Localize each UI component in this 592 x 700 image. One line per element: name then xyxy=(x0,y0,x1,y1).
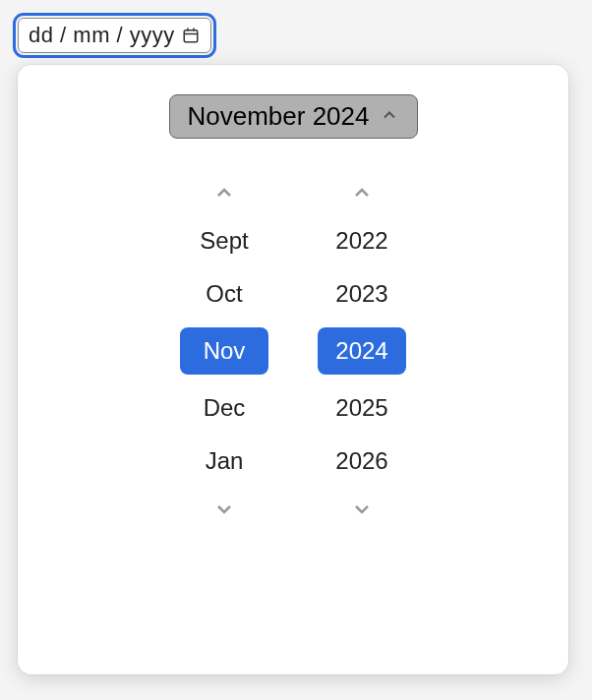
month-option-selected[interactable]: Nov xyxy=(180,327,268,375)
year-up-button[interactable] xyxy=(347,178,377,207)
year-down-button[interactable] xyxy=(347,495,377,524)
year-option[interactable]: 2023 xyxy=(318,274,406,314)
month-column: Sept Oct Nov Dec Jan xyxy=(170,178,278,524)
year-column: 2022 2023 2024 2025 2026 xyxy=(308,178,416,524)
month-option[interactable]: Jan xyxy=(180,441,268,481)
year-option[interactable]: 2025 xyxy=(318,388,406,428)
year-option-selected[interactable]: 2024 xyxy=(318,327,406,375)
date-input[interactable]: dd / mm / yyyy xyxy=(18,18,211,53)
month-year-label: November 2024 xyxy=(188,101,370,132)
svg-rect-0 xyxy=(184,30,198,42)
date-picker-popup: November 2024 Sept Oct Nov Dec Jan xyxy=(18,65,568,674)
month-option[interactable]: Sept xyxy=(180,221,268,261)
month-year-toggle-button[interactable]: November 2024 xyxy=(169,94,418,139)
month-down-button[interactable] xyxy=(209,495,239,524)
month-option[interactable]: Dec xyxy=(180,388,268,428)
month-up-button[interactable] xyxy=(209,178,239,207)
month-option[interactable]: Oct xyxy=(180,274,268,314)
calendar-icon[interactable] xyxy=(181,26,201,45)
month-year-picker: Sept Oct Nov Dec Jan 2022 2023 2024 2025… xyxy=(18,178,568,524)
date-input-placeholder: dd / mm / yyyy xyxy=(29,23,175,48)
chevron-up-icon xyxy=(380,105,399,129)
year-option[interactable]: 2022 xyxy=(318,221,406,261)
year-option[interactable]: 2026 xyxy=(318,441,406,481)
